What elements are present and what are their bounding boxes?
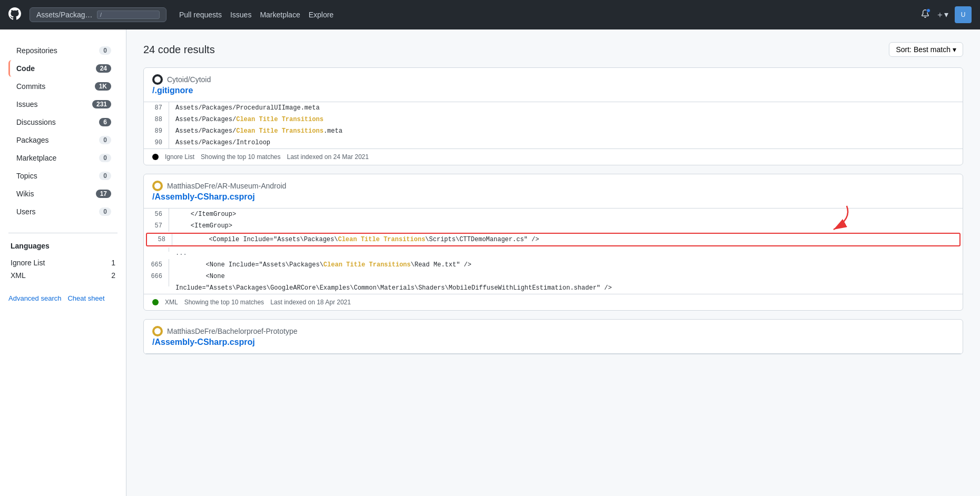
sidebar-count-code: 24	[96, 64, 111, 73]
sidebar-item-label: Repositories	[16, 46, 57, 55]
code-block-1: 87 Assets/Packages/ProceduralUIImage.met…	[144, 102, 963, 148]
avatar-matthias-bp	[152, 326, 163, 336]
sidebar-item-label: Code	[16, 64, 35, 73]
result-card-1: Cytoid/Cytoid /.gitignore 87 Assets/Pack…	[143, 67, 963, 165]
sort-value: Best match	[914, 45, 950, 54]
sidebar-count-wikis: 17	[96, 190, 111, 198]
sidebar-item-commits[interactable]: Commits 1K	[8, 78, 117, 95]
nav-pull-requests[interactable]: Pull requests	[179, 11, 222, 19]
sidebar-count-commits: 1K	[95, 82, 111, 91]
lang-name: Ignore List	[11, 259, 45, 267]
sidebar-item-label: Packages	[16, 136, 48, 144]
svg-point-1	[154, 183, 161, 189]
slash-badge: /	[97, 11, 160, 19]
sidebar-item-topics[interactable]: Topics 0	[8, 167, 117, 184]
notifications-icon[interactable]	[921, 9, 929, 21]
sidebar: Repositories 0 Code 24 Commits 1K Issues…	[0, 29, 126, 496]
sidebar-count-packages: 0	[99, 136, 111, 144]
lang-label-2: XML	[165, 299, 178, 306]
lang-dot-2	[152, 299, 159, 305]
lang-name: XML	[11, 271, 26, 280]
sort-button[interactable]: Sort: Best match ▾	[889, 42, 963, 57]
code-line: 89 Assets/Packages/Clean Title Transitio…	[144, 125, 963, 137]
code-line: 88 Assets/Packages/Clean Title Transitio…	[144, 114, 963, 125]
advanced-search-link[interactable]: Advanced search	[8, 294, 61, 302]
cheat-sheet-link[interactable]: Cheat sheet	[67, 294, 104, 302]
result-card-2-header: MatthiasDeFre/AR-Museum-Android /Assembl…	[144, 174, 963, 209]
main-content: 24 code results Sort: Best match ▾ Cytoi…	[126, 29, 980, 496]
result-card-2: MatthiasDeFre/AR-Museum-Android /Assembl…	[143, 174, 963, 311]
sidebar-item-wikis[interactable]: Wikis 17	[8, 185, 117, 202]
code-line-highlighted: 58 <Compile Include="Assets\Packages\Cle…	[146, 233, 961, 246]
search-text: Assets/Packages/Clean Title Transitio	[36, 11, 93, 19]
footer-indexed-1: Last indexed on 24 Mar 2021	[287, 153, 368, 161]
add-icon[interactable]: ＋▾	[936, 9, 948, 21]
header-nav: Pull requests Issues Marketplace Explore	[179, 11, 334, 19]
sidebar-count-issues: 231	[92, 100, 111, 108]
file-link-1[interactable]: /.gitignore	[152, 86, 211, 95]
languages-title: Languages	[8, 242, 117, 250]
svg-point-0	[154, 76, 161, 83]
sidebar-item-packages[interactable]: Packages 0	[8, 132, 117, 148]
sidebar-count-discussions: 6	[99, 118, 111, 126]
footer-matches-1: Showing the top 10 matches	[201, 153, 280, 161]
nav-issues[interactable]: Issues	[230, 11, 251, 19]
sidebar-item-issues[interactable]: Issues 231	[8, 96, 117, 113]
result-card-3: MatthiasDeFre/Bachelorproef-Prototype /A…	[143, 319, 963, 354]
nav-marketplace[interactable]: Marketplace	[260, 11, 300, 19]
sidebar-filter-section: Repositories 0 Code 24 Commits 1K Issues…	[8, 42, 117, 220]
file-link-2[interactable]: /Assembly-CSharp.csproj	[152, 192, 286, 202]
repo-name-2: MatthiasDeFre/AR-Museum-Android	[167, 182, 286, 190]
language-ignore-list[interactable]: Ignore List 1	[8, 256, 117, 269]
notification-dot	[926, 8, 930, 13]
result-footer-1: Ignore List Showing the top 10 matches L…	[144, 148, 963, 165]
code-line: 87 Assets/Packages/ProceduralUIImage.met…	[144, 102, 963, 114]
lang-dot-1	[152, 154, 159, 160]
sidebar-links: Advanced search Cheat sheet	[8, 294, 117, 302]
sidebar-count-repositories: 0	[99, 46, 111, 55]
sidebar-item-users[interactable]: Users 0	[8, 203, 117, 220]
github-logo-icon[interactable]	[8, 7, 21, 23]
results-header: 24 code results Sort: Best match ▾	[143, 42, 963, 57]
lang-count: 2	[111, 271, 115, 280]
code-line: 57 <ItemGroup>	[144, 220, 963, 232]
result-card-1-header: Cytoid/Cytoid /.gitignore	[144, 68, 963, 102]
code-line: 90 Assets/Packages/Introloop	[144, 137, 963, 148]
search-bar[interactable]: Assets/Packages/Clean Title Transitio /	[30, 7, 166, 22]
code-line: 666 <None	[144, 271, 963, 282]
sidebar-count-topics: 0	[99, 172, 111, 180]
code-line: 665 <None Include="Assets\Packages\Clean…	[144, 259, 963, 271]
sidebar-item-label: Commits	[16, 82, 45, 91]
header-actions: ＋▾ U	[921, 6, 972, 23]
footer-indexed-2: Last indexed on 18 Apr 2021	[270, 299, 351, 306]
nav-explore[interactable]: Explore	[309, 11, 334, 19]
avatar[interactable]: U	[955, 6, 972, 23]
sidebar-item-marketplace[interactable]: Marketplace 0	[8, 150, 117, 166]
sidebar-item-label: Discussions	[16, 118, 56, 126]
sidebar-item-label: Marketplace	[16, 154, 56, 162]
code-line-continuation: Include="Assets\Packages\GoogleARCore\Ex…	[144, 282, 963, 294]
chevron-down-icon: ▾	[953, 45, 956, 54]
avatar-cytoid	[152, 74, 163, 85]
sidebar-divider	[8, 233, 117, 233]
result-footer-2: XML Showing the top 10 matches Last inde…	[144, 294, 963, 310]
lang-label-1: Ignore List	[165, 153, 194, 161]
svg-point-3	[154, 328, 161, 334]
sidebar-count-users: 0	[99, 207, 111, 216]
file-link-3[interactable]: /Assembly-CSharp.csproj	[152, 338, 297, 347]
sidebar-item-label: Users	[16, 207, 36, 216]
sidebar-item-label: Issues	[16, 100, 37, 108]
sidebar-count-marketplace: 0	[99, 154, 111, 162]
sidebar-item-code[interactable]: Code 24	[8, 60, 117, 77]
sidebar-item-discussions[interactable]: Discussions 6	[8, 114, 117, 131]
page-layout: Repositories 0 Code 24 Commits 1K Issues…	[0, 29, 980, 496]
avatar-matthias-ar	[152, 181, 163, 191]
sidebar-item-label: Topics	[16, 172, 37, 180]
language-xml[interactable]: XML 2	[8, 269, 117, 282]
code-line-ellipsis: ...	[144, 247, 963, 259]
result-card-3-header: MatthiasDeFre/Bachelorproef-Prototype /A…	[144, 320, 963, 354]
sort-label: Sort:	[896, 45, 912, 54]
results-count: 24 code results	[143, 44, 215, 56]
sidebar-item-label: Wikis	[16, 190, 34, 198]
sidebar-item-repositories[interactable]: Repositories 0	[8, 42, 117, 59]
